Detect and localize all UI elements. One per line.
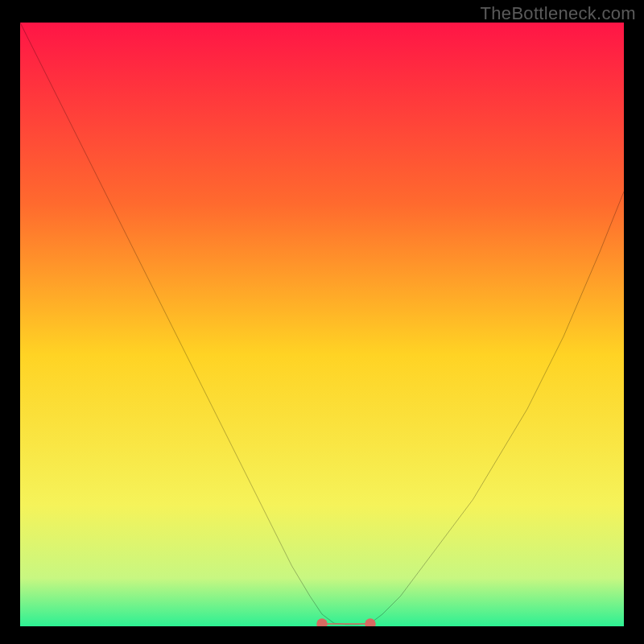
plot-area: [20, 23, 624, 626]
bottleneck-chart: [20, 23, 624, 626]
chart-frame: TheBottleneck.com: [0, 0, 644, 644]
watermark-text: TheBottleneck.com: [481, 3, 636, 24]
gradient-background: [20, 23, 624, 626]
